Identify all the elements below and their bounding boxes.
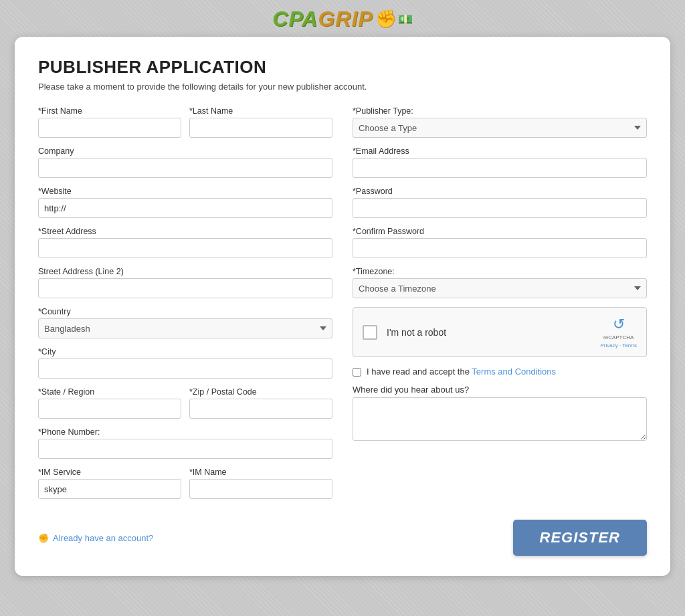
recaptcha-logo-icon: ↺ — [613, 316, 625, 333]
recaptcha-privacy-link[interactable]: Privacy — [600, 342, 617, 348]
already-account-text: Already have an account? — [53, 533, 153, 543]
recaptcha-terms-link[interactable]: Terms — [622, 342, 637, 348]
city-group: *City — [38, 347, 332, 379]
page-title: PUBLISHER APPLICATION — [38, 57, 647, 78]
logo-cpa: CPA — [272, 7, 318, 31]
register-button[interactable]: REGISTER — [513, 520, 647, 556]
captcha-right: ↺ reCAPTCHA Privacy · Terms — [600, 316, 637, 348]
im-service-group: *IM Service — [38, 468, 181, 499]
email-label: *Email Address — [353, 146, 647, 156]
first-name-input[interactable] — [38, 118, 181, 138]
last-name-label: *Last Name — [189, 106, 332, 116]
captcha-left: I'm not a robot — [363, 325, 446, 340]
phone-group: *Phone Number: — [38, 427, 332, 459]
confirm-password-input[interactable] — [353, 238, 647, 258]
where-heard-input[interactable] — [353, 397, 647, 441]
company-label: Company — [38, 146, 332, 156]
confirm-password-label: *Confirm Password — [353, 227, 647, 236]
timezone-select[interactable]: Choose a Timezone — [353, 278, 647, 298]
form-footer: ✊ Already have an account? REGISTER — [38, 520, 647, 556]
company-input[interactable] — [38, 158, 332, 178]
im-service-label: *IM Service — [38, 468, 181, 477]
where-heard-label: Where did you hear about us? — [353, 385, 647, 395]
terms-checkbox[interactable] — [353, 368, 361, 377]
im-service-input[interactable] — [38, 479, 181, 499]
logo-fist-icon: ✊ — [375, 9, 397, 29]
street-address-group: *Street Address — [38, 227, 332, 258]
terms-row: I have read and accept the Terms and Con… — [353, 367, 647, 377]
street-address2-label: Street Address (Line 2) — [38, 267, 332, 276]
website-input[interactable] — [38, 198, 332, 218]
website-group: *Website — [38, 187, 332, 218]
password-label: *Password — [353, 187, 647, 196]
phone-label: *Phone Number: — [38, 427, 332, 437]
password-input[interactable] — [353, 198, 647, 218]
company-group: Company — [38, 146, 332, 178]
phone-input[interactable] — [38, 439, 332, 459]
publisher-type-select[interactable]: Choose a Type — [353, 118, 647, 138]
zip-label: *Zip / Postal Code — [189, 387, 332, 397]
street-address2-input[interactable] — [38, 278, 332, 298]
logo-grip: GRIP — [318, 7, 373, 31]
publisher-type-group: *Publisher Type: Choose a Type — [353, 106, 647, 138]
form-left-column: *First Name *Last Name Company *Website … — [38, 106, 332, 508]
recaptcha-links: Privacy · Terms — [600, 342, 637, 348]
timezone-group: *Timezone: Choose a Timezone — [353, 267, 647, 298]
street-address2-group: Street Address (Line 2) — [38, 267, 332, 298]
terms-link[interactable]: Terms and Conditions — [472, 367, 556, 377]
im-name-label: *IM Name — [189, 468, 332, 477]
last-name-group: *Last Name — [189, 106, 332, 138]
already-account-link[interactable]: ✊ Already have an account? — [38, 533, 153, 543]
zip-input[interactable] — [189, 399, 332, 419]
zip-group: *Zip / Postal Code — [189, 387, 332, 419]
website-label: *Website — [38, 187, 332, 196]
terms-text: I have read and accept the Terms and Con… — [367, 367, 556, 377]
street-address-label: *Street Address — [38, 227, 332, 236]
im-name-group: *IM Name — [189, 468, 332, 499]
im-name-input[interactable] — [189, 479, 332, 499]
confirm-password-group: *Confirm Password — [353, 227, 647, 258]
state-label: *State / Region — [38, 387, 181, 397]
first-name-group: *First Name — [38, 106, 181, 138]
form-right-column: *Publisher Type: Choose a Type *Email Ad… — [353, 106, 647, 508]
publisher-application-form: PUBLISHER APPLICATION Please take a mome… — [15, 37, 670, 576]
email-group: *Email Address — [353, 146, 647, 178]
city-input[interactable] — [38, 358, 332, 379]
fist-emoji-icon: ✊ — [38, 533, 49, 543]
publisher-type-label: *Publisher Type: — [353, 106, 647, 116]
where-heard-group: Where did you hear about us? — [353, 385, 647, 443]
city-label: *City — [38, 347, 332, 356]
captcha-box: I'm not a robot ↺ reCAPTCHA Privacy · Te… — [353, 307, 647, 357]
last-name-input[interactable] — [189, 118, 332, 138]
email-input[interactable] — [353, 158, 647, 178]
state-group: *State / Region — [38, 387, 181, 419]
first-name-label: *First Name — [38, 106, 181, 116]
country-label: *Country — [38, 307, 332, 316]
country-group: *Country Bangladesh — [38, 307, 332, 338]
street-address-input[interactable] — [38, 238, 332, 258]
recaptcha-brand-text: reCAPTCHA — [603, 334, 633, 341]
state-input[interactable] — [38, 399, 181, 419]
country-select[interactable]: Bangladesh — [38, 318, 332, 338]
logo-money-icon: 💵 — [398, 12, 413, 27]
captcha-checkbox[interactable] — [363, 325, 377, 340]
captcha-label: I'm not a robot — [387, 327, 446, 338]
timezone-label: *Timezone: — [353, 267, 647, 276]
password-group: *Password — [353, 187, 647, 218]
page-subtitle: Please take a moment to provide the foll… — [38, 82, 647, 92]
